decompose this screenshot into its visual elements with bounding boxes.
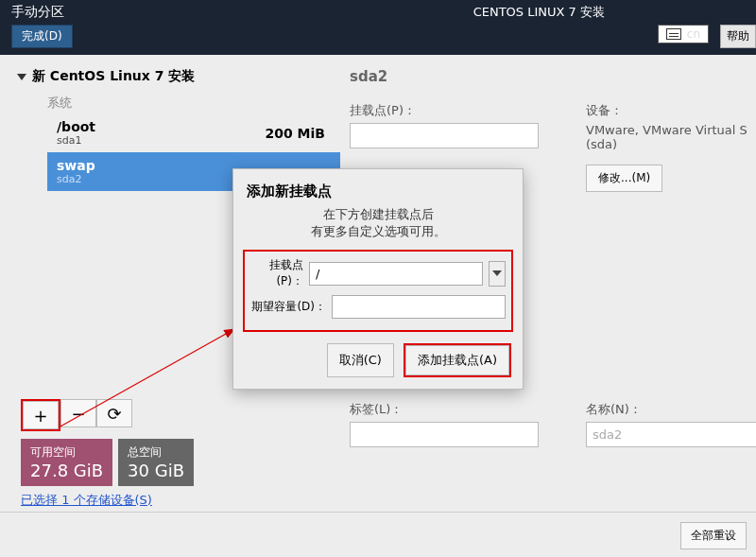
dialog-actions: 取消(C) 添加挂载点(A) <box>233 332 523 389</box>
storage-devices-link[interactable]: 已选择 1 个存储设备(S) <box>21 492 152 509</box>
help-button[interactable]: 帮助 <box>720 25 756 48</box>
page-title: 手动分区 <box>11 4 64 21</box>
label-label: 标签(L)： <box>350 401 539 418</box>
remove-partition-button[interactable]: − <box>60 399 96 427</box>
reload-button[interactable]: ⟳ <box>96 399 132 427</box>
available-label: 可用空间 <box>30 445 76 459</box>
partition-device: sda1 <box>57 134 95 147</box>
total-value: 30 GiB <box>128 461 184 480</box>
partition-mount: swap <box>57 158 95 173</box>
modify-device-button[interactable]: 修改...(M) <box>586 165 662 192</box>
add-mountpoint-dialog: 添加新挂载点 在下方创建挂载点后 有更多自定义选项可用。 挂载点(P)： 期望容… <box>232 168 524 390</box>
dialog-ok-button[interactable]: 添加挂载点(A) <box>405 345 509 375</box>
label-input[interactable] <box>350 422 539 447</box>
dialog-size-input[interactable] <box>332 295 506 319</box>
reload-icon: ⟳ <box>107 404 121 424</box>
device-value: VMware, VMware Virtual S (sda) <box>586 123 756 151</box>
dialog-mount-label: 挂载点(P)： <box>250 257 303 289</box>
keyboard-icon <box>666 28 681 40</box>
dialog-size-label: 期望容量(D)： <box>250 299 326 315</box>
chevron-down-icon <box>492 270 502 276</box>
available-space: 可用空间 27.8 GiB <box>21 439 112 486</box>
chevron-down-icon <box>17 74 26 80</box>
plus-icon: + <box>33 406 47 426</box>
partition-buttons: + − ⟳ <box>21 399 194 431</box>
add-partition-button[interactable]: + <box>23 401 59 429</box>
mountpoint-input[interactable] <box>350 123 539 148</box>
mountpoint-label: 挂载点(P)： <box>350 102 539 119</box>
minus-icon: − <box>71 404 85 424</box>
selected-partition-heading: sda2 <box>350 68 756 85</box>
partition-row-boot[interactable]: /boot sda1 200 MiB <box>47 113 340 152</box>
space-stats: 可用空间 27.8 GiB 总空间 30 GiB <box>21 439 194 486</box>
lang-code: cn <box>687 27 700 41</box>
top-bar: 手动分区 完成(D) CENTOS LINUX 7 安装 cn 帮助 <box>0 0 756 55</box>
dialog-title: 添加新挂载点 <box>233 169 523 206</box>
bottom-bar: 全部重设 <box>0 512 756 557</box>
available-value: 27.8 GiB <box>30 461 103 480</box>
dialog-mount-input[interactable] <box>309 262 483 286</box>
name-label: 名称(N)： <box>586 401 756 418</box>
dialog-description: 在下方创建挂载点后 有更多自定义选项可用。 <box>233 206 523 250</box>
annotation-red-box: 添加挂载点(A) <box>404 343 511 377</box>
device-label: 设备： <box>586 102 756 119</box>
dialog-mount-dropdown[interactable] <box>489 261 506 287</box>
total-space: 总空间 30 GiB <box>118 439 194 486</box>
annotation-red-box: + <box>21 399 60 431</box>
install-expander[interactable]: 新 CentOS Linux 7 安装 <box>17 68 340 85</box>
annotation-red-box: 挂载点(P)： 期望容量(D)： <box>243 250 513 332</box>
partition-size: 200 MiB <box>266 126 326 141</box>
expander-label: 新 CentOS Linux 7 安装 <box>32 68 195 85</box>
brand-text: CENTOS LINUX 7 安装 <box>473 4 605 21</box>
dialog-cancel-button[interactable]: 取消(C) <box>327 343 394 377</box>
partition-device: sda2 <box>57 173 95 185</box>
name-input[interactable] <box>586 422 756 447</box>
done-button[interactable]: 完成(D) <box>11 25 73 48</box>
total-label: 总空间 <box>128 445 162 459</box>
left-bottom: + − ⟳ 可用空间 27.8 GiB 总空间 30 GiB 已选择 1 个存储… <box>21 399 194 509</box>
keyboard-layout-selector[interactable]: cn <box>658 25 709 44</box>
reset-all-button[interactable]: 全部重设 <box>680 522 747 549</box>
partition-mount: /boot <box>57 119 95 134</box>
system-group-label: 系统 <box>47 95 340 112</box>
